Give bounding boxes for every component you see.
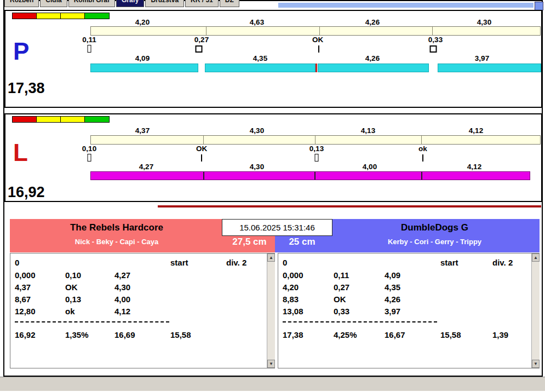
light-yellow-icon — [61, 13, 85, 19]
change-cell: 0,13 — [65, 295, 81, 304]
bar-divider — [203, 136, 204, 144]
upper-split-time: 4,63 — [250, 18, 264, 26]
change-cell: 0,27 — [334, 283, 349, 292]
change-time: 0,11 — [82, 36, 96, 44]
split-cell: 4,09 — [385, 270, 400, 280]
light-yellow-icon — [61, 117, 85, 122]
upper-split-time: 4,37 — [135, 126, 150, 135]
lower-split-time: 3,97 — [475, 54, 489, 62]
cum-time-cell: 13,08 — [283, 307, 303, 316]
jump-height: 25 cm — [276, 237, 328, 247]
scroll-down-icon[interactable]: ▼ — [532, 360, 540, 368]
change-time: 0,27 — [194, 36, 209, 44]
scrollbar[interactable]: ▲ ▼ — [531, 253, 540, 368]
change-time: OK — [312, 36, 323, 44]
tab-cidla[interactable]: Čidla — [40, 0, 67, 7]
light-green-icon — [85, 117, 109, 122]
light-yellow-icon — [37, 13, 61, 19]
total-time-cell: 17,38 — [283, 330, 303, 339]
start-lights — [12, 116, 110, 123]
lower-split-time: 4,27 — [139, 163, 153, 171]
lane-panel-l: 4,37 4,30 4,13 4,12 0,10 OK 0,13 ok 4,27… — [4, 113, 542, 202]
cum-time-cell: 12,80 — [15, 307, 36, 316]
upper-split-time: 4,20 — [135, 18, 150, 26]
header-cell: 0 — [283, 258, 287, 267]
tab-grafy[interactable]: Grafy — [116, 0, 144, 7]
upper-split-time: 4,13 — [361, 126, 375, 135]
change-time: 0,13 — [309, 145, 324, 153]
tab-row: Rozběh Čidla Kombi Graf Grafy Družstva K… — [4, 0, 239, 7]
team-dogs: Nick - Beky - Capi - Caya — [10, 238, 223, 246]
lower-split-time: 4,26 — [365, 54, 380, 62]
change-tick-icon — [318, 45, 319, 53]
change-box-icon — [430, 45, 437, 53]
results-table-right: 0 start div. 2 0,000 0,11 4,09 4,20 0,27… — [278, 253, 540, 368]
lane-panel-p: 4,20 4,63 4,26 4,30 0,11 0,27 OK 0,33 4,… — [4, 10, 542, 108]
run-bar-segment — [318, 64, 429, 72]
lane-letter: P — [13, 39, 29, 64]
cum-time-cell: 8,67 — [15, 295, 31, 304]
upper-split-time: 4,12 — [469, 126, 483, 135]
scroll-down-icon[interactable]: ▼ — [267, 360, 275, 368]
scroll-up-icon[interactable]: ▲ — [267, 253, 275, 262]
cum-time-cell: 4,20 — [283, 283, 299, 292]
top-progress-strip — [278, 3, 533, 8]
light-yellow-icon — [37, 117, 61, 122]
total-start-cell: 15,58 — [440, 330, 461, 339]
results-table-left: 0 start div. 2 0,000 0,10 4,27 4,37 OK 4… — [10, 253, 275, 368]
bar-divider — [314, 172, 315, 180]
cum-time-cell: 0,000 — [283, 270, 303, 280]
tab-kr-51[interactable]: KR / 51 — [185, 0, 219, 7]
app-window: Rozběh Čidla Kombi Graf Grafy Družstva K… — [0, 0, 545, 392]
run-bar-segment — [90, 64, 198, 72]
totals-separator — [283, 321, 437, 322]
split-cell: 3,97 — [385, 307, 400, 316]
total-pct-cell: 4,25% — [334, 330, 357, 339]
run-bar — [90, 171, 530, 180]
scrollbar[interactable]: ▲ ▼ — [267, 253, 275, 368]
run-bar-segment — [205, 64, 315, 72]
lower-split-time: 4,09 — [135, 54, 150, 62]
light-red-icon — [13, 13, 37, 19]
lane-total-time: 17,38 — [8, 80, 45, 97]
upper-split-time: 4,26 — [365, 18, 380, 26]
total-net-cell: 16,69 — [114, 330, 135, 339]
bar-divider — [203, 172, 204, 180]
bar-divider — [206, 27, 206, 35]
change-cell: 0,33 — [334, 307, 349, 316]
window-bottom-strip — [0, 377, 545, 391]
header-cell: start — [440, 258, 458, 267]
lane-total-time: 16,92 — [8, 184, 45, 201]
lower-split-time: 4,00 — [363, 163, 377, 171]
tab-rozbeh[interactable]: Rozběh — [4, 0, 39, 7]
start-marker-icon — [315, 154, 319, 162]
scroll-up-icon[interactable]: ▲ — [532, 253, 540, 262]
header-cell: div. 2 — [492, 258, 513, 267]
change-cell: OK — [65, 283, 78, 292]
bar-divider — [421, 172, 422, 180]
lower-split-time: 4,12 — [467, 163, 481, 171]
team-name: DumbleDogs G — [330, 222, 540, 233]
change-cell: 0,10 — [65, 270, 81, 280]
header-cell: div. 2 — [226, 258, 246, 267]
tab-dz[interactable]: DZ — [220, 0, 239, 7]
change-tick-icon — [422, 154, 423, 162]
jump-height: 27,5 cm — [221, 237, 278, 247]
tab-bar: Rozběh Čidla Kombi Graf Grafy Družstva K… — [4, 0, 278, 7]
bar-divider — [315, 136, 315, 144]
split-cell: 4,12 — [114, 307, 130, 316]
header-cell: 0 — [15, 258, 19, 267]
team-name: The Rebels Hardcore — [10, 222, 223, 233]
tab-kombi-graf[interactable]: Kombi Graf — [68, 0, 115, 7]
tab-druzstva[interactable]: Družstva — [145, 0, 184, 7]
cum-time-cell: 4,37 — [15, 283, 31, 292]
lower-split-time: 4,30 — [250, 163, 264, 171]
bar-divider — [319, 27, 320, 35]
upper-split-time: 4,30 — [250, 126, 264, 135]
total-net-cell: 16,67 — [385, 330, 405, 339]
lower-split-time: 4,35 — [253, 54, 267, 62]
split-cell: 4,26 — [385, 295, 400, 304]
split-cell: 4,27 — [114, 270, 130, 280]
change-cell: ok — [65, 307, 75, 316]
upper-split-time: 4,30 — [477, 18, 491, 26]
